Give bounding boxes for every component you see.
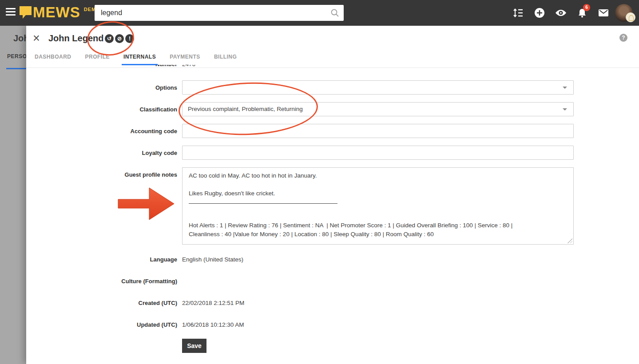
updated-label: Updated (UTC) <box>53 321 177 328</box>
dimmed-background-page: John PERSO <box>0 26 26 364</box>
accounting-code-input[interactable] <box>182 124 574 138</box>
add-icon[interactable] <box>529 0 550 26</box>
eye-icon[interactable] <box>550 0 572 26</box>
notes-stats-line-1: Hot Alerts : 1 | Review Rating : 76 | Se… <box>189 221 567 230</box>
guest-notes-label: Guest profile notes <box>53 171 177 178</box>
language-label: Language <box>53 256 177 263</box>
loyalty-code-label: Loyalty code <box>53 150 177 156</box>
tab-profile[interactable]: PROFILE <box>85 51 110 65</box>
notifications-bell-icon[interactable]: 6 <box>572 0 593 26</box>
textarea-resize-handle[interactable] <box>567 238 572 243</box>
global-search <box>95 5 344 21</box>
save-button[interactable]: Save <box>182 339 206 353</box>
updated-value: 1/06/2018 10:12:30 AM <box>182 321 244 328</box>
created-label: Created (UTC) <box>53 300 177 306</box>
classification-select[interactable]: Previous complaint, Problematic, Returni… <box>182 102 574 116</box>
loyalty-code-input[interactable] <box>182 146 574 160</box>
options-select[interactable] <box>182 80 574 95</box>
messages-envelope-icon[interactable] <box>593 0 614 26</box>
notes-stats-line-2: Cleanliness : 40 |Value for Money : 20 |… <box>189 230 567 239</box>
notes-line-2: Likes Rugby, doesn't like cricket. <box>189 189 567 198</box>
language-value: English (United States) <box>182 256 243 263</box>
search-icon[interactable] <box>330 8 339 17</box>
help-icon[interactable]: ? <box>619 34 627 42</box>
header-divider <box>26 67 639 68</box>
background-tab-underline <box>6 68 26 69</box>
close-icon[interactable]: × <box>33 32 40 44</box>
tab-internals[interactable]: INTERNALS <box>123 51 156 65</box>
brand-name: MEWS <box>33 4 80 21</box>
property-logo-badge <box>626 12 635 22</box>
hamburger-menu-icon[interactable] <box>6 8 16 18</box>
mews-flag-icon <box>20 6 32 20</box>
classification-badges: ↺ ⊘ ! <box>105 34 134 43</box>
customer-name-title: John Legend <box>48 33 103 44</box>
brand-logo[interactable]: MEWS DEMO <box>20 4 100 21</box>
search-input[interactable] <box>95 5 344 21</box>
options-label: Options <box>53 84 177 91</box>
background-tab-personal: PERSO <box>7 53 26 59</box>
problematic-badge-icon: ⊘ <box>115 34 124 43</box>
user-avatar[interactable] <box>614 0 639 26</box>
created-value: 22/02/2018 2:12:51 PM <box>182 300 244 306</box>
tab-dashboard[interactable]: DASHBOARD <box>35 51 71 65</box>
background-page-title: John <box>13 33 26 44</box>
top-bar: MEWS DEMO <box>0 0 639 26</box>
profile-tabs: DASHBOARD PROFILE INTERNALS PAYMENTS BIL… <box>26 51 250 65</box>
previous-complaint-badge-icon: ! <box>125 34 134 43</box>
timeline-icon[interactable] <box>508 0 529 26</box>
culture-label: Culture (Formatting) <box>53 278 177 285</box>
tab-billing[interactable]: BILLING <box>214 51 237 65</box>
guest-notes-textarea[interactable]: AC too cold in May. AC too hot in hot in… <box>182 167 574 245</box>
classification-label: Classification <box>53 106 177 113</box>
notes-line-1: AC too cold in May. AC too hot in hot in… <box>189 171 567 180</box>
chevron-down-icon <box>563 108 567 111</box>
tab-payments[interactable]: PAYMENTS <box>170 51 200 65</box>
accounting-code-label: Accounting code <box>53 128 177 135</box>
internals-form: Number 2476 Options Classification Previ… <box>26 65 639 364</box>
customer-profile-modal: × John Legend ↺ ⊘ ! DASHBOARD PROFILE IN… <box>26 26 639 364</box>
notes-divider-line <box>189 203 337 204</box>
returning-badge-icon: ↺ <box>105 34 114 43</box>
chevron-down-icon <box>563 87 567 89</box>
topbar-actions: 6 <box>508 0 639 26</box>
notifications-count-badge: 6 <box>583 4 590 11</box>
classification-value: Previous complaint, Problematic, Returni… <box>188 106 303 112</box>
